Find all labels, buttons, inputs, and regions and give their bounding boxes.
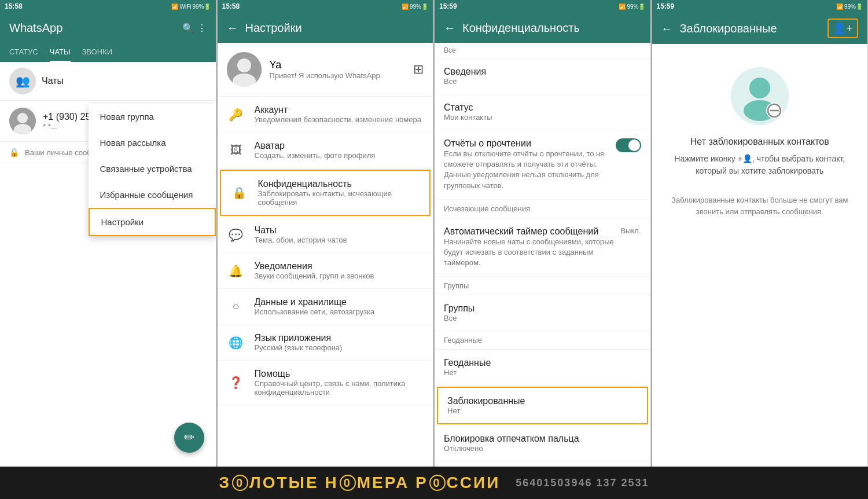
timer-desc: Начинайте новые чаты с сообщениями, кото…	[444, 237, 615, 269]
blocked-note: Заблокированные контакты больше не смогу…	[664, 195, 856, 217]
time-4: 15:59	[657, 2, 675, 10]
privacy-groups[interactable]: Группы Все	[435, 295, 650, 331]
notifications-title: Уведомления	[255, 261, 424, 271]
privacy-icon: 🔒	[230, 186, 249, 200]
settings-chats[interactable]: 💬 Чаты Тема, обои, история чатов	[218, 217, 433, 253]
menu-starred[interactable]: Избранные сообщения	[89, 182, 216, 208]
banner-numbers: 56401503946 137 2531	[512, 477, 649, 489]
settings-chats-text: Чаты Тема, обои, история чатов	[255, 225, 424, 244]
menu-settings[interactable]: Настройки	[89, 208, 216, 236]
battery-icon-3: 99%🔋	[627, 3, 645, 10]
blocked-empty-state: Нет заблокированных контактов Нажмите ик…	[652, 44, 868, 229]
privacy-status[interactable]: Статус Мои контакты	[435, 94, 650, 130]
groups-value: Все	[444, 314, 641, 322]
account-subtitle: Уведомления безопасности, изменение номе…	[255, 115, 424, 124]
privacy-read-receipts[interactable]: Отчёты о прочтении Если вы отключите отч…	[435, 130, 650, 200]
screen-blocked: 15:59 📶 99%🔋 ← Заблокированные 👤+	[652, 0, 869, 467]
qr-icon[interactable]: ⊞	[413, 62, 424, 77]
tab-status[interactable]: СТАТУС	[9, 43, 38, 62]
group-icon: 👥	[16, 74, 30, 88]
tab-chats[interactable]: ЧАТЫ	[50, 43, 71, 62]
profile-section[interactable]: Ya Привет! Я использую WhatsApp. ⊞	[218, 43, 433, 97]
group-chat-item[interactable]: 👥 Чаты	[0, 62, 216, 101]
disappearing-header: Исчезающие сообщения	[435, 200, 650, 218]
timer-title: Автоматический таймер сообщений	[444, 226, 615, 237]
signal-icon-3: 📶	[619, 3, 626, 10]
account-title: Аккаунт	[255, 105, 424, 115]
menu-new-group[interactable]: Новая группа	[89, 104, 216, 130]
privacy-section-header-all: Все	[435, 43, 650, 58]
privacy-auto-timer[interactable]: Автоматический таймер сообщений Начинайт…	[435, 218, 650, 277]
banner-letter-n: Н	[325, 474, 338, 492]
lock-icon: 🔒	[9, 148, 19, 157]
blocked-empty-title: Нет заблокированных контактов	[690, 137, 829, 147]
privacy-back-button[interactable]: ←	[444, 21, 455, 35]
signal-icon-2: 📶	[402, 3, 409, 10]
privacy-list: Все Сведения Все Статус Мои контакты Отч…	[435, 43, 650, 467]
language-subtitle: Русский (язык телефона)	[255, 343, 424, 352]
status-icons-2: 📶 99%🔋	[402, 3, 428, 10]
privacy-title: Конфиденциальность	[258, 179, 421, 189]
settings-help[interactable]: ❓ Помощь Справочный центр, связь с нами,…	[218, 361, 433, 405]
privacy-header: ← Конфиденциальность	[435, 13, 650, 43]
blocked-back-button[interactable]: ←	[661, 22, 673, 35]
privacy-details[interactable]: Сведения Все	[435, 58, 650, 94]
status-icons-4: 📶 99%🔋	[836, 3, 863, 10]
tabs-bar: СТАТУС ЧАТЫ ЗВОНКИ	[0, 43, 216, 62]
banner-zero-1: 0	[232, 475, 248, 491]
screen-whatsapp-main: 15:58 📶 WiFi 99%🔋 WhatsApp 🔍 ⋮ СТАТУС ЧА…	[0, 0, 216, 467]
blocked-header: ← Заблокированные 👤+	[652, 13, 868, 44]
back-button[interactable]: ←	[227, 21, 238, 35]
group-chat-name: Чаты	[42, 76, 207, 86]
status-bar-1: 15:58 📶 WiFi 99%🔋	[0, 0, 216, 13]
tab-calls[interactable]: ЗВОНКИ	[82, 43, 113, 62]
geodata-title: Геоданные	[444, 358, 641, 368]
privacy-blocked[interactable]: Заблокированные Нет	[437, 387, 648, 424]
geodata-header: Геоданные	[435, 331, 650, 350]
battery-icon: 99%🔋	[192, 3, 211, 10]
chats-title: Чаты	[255, 225, 424, 236]
avatar-icon: 🖼	[227, 144, 245, 157]
new-chat-fab[interactable]: ✏	[174, 423, 204, 453]
screen-privacy: 15:59 📶 99%🔋 ← Конфиденциальность Все Св…	[435, 0, 651, 467]
help-title: Помощь	[255, 369, 424, 379]
blocked-empty-desc: Нажмите иконку +👤, чтобы выбрать контакт…	[664, 153, 856, 177]
privacy-page-title: Конфиденциальность	[462, 21, 580, 35]
status-bar-4: 15:59 📶 99%🔋	[652, 0, 868, 13]
menu-linked-devices[interactable]: Связанные устройства	[89, 156, 216, 182]
settings-header: ← Настройки	[218, 13, 433, 43]
more-icon[interactable]: ⋮	[197, 23, 207, 34]
svg-point-4	[237, 58, 251, 72]
search-icon[interactable]: 🔍	[182, 23, 194, 34]
settings-notifications[interactable]: 🔔 Уведомления Звуки сообщений, групп и з…	[218, 253, 433, 289]
data-icon: ○	[227, 300, 245, 313]
settings-data[interactable]: ○ Данные и хранилище Использование сети,…	[218, 289, 433, 325]
status-title: Статус	[444, 102, 641, 113]
settings-privacy-text: Конфиденциальность Заблокировать контакт…	[258, 179, 421, 207]
help-subtitle: Справочный центр, связь с нами, политика…	[255, 379, 424, 397]
banner-letter-r: Р	[415, 474, 428, 492]
privacy-header-left: ← Конфиденциальность	[444, 21, 580, 35]
bottom-banner: З 0 ЛОТЫЕ Н 0 МЕРА Р 0 ССИ И 56401503946…	[0, 467, 868, 499]
profile-name: Ya	[270, 59, 406, 71]
battery-icon-4: 99%🔋	[844, 3, 863, 10]
read-receipts-toggle[interactable]	[616, 138, 641, 152]
language-icon: 🌐	[227, 336, 245, 350]
data-subtitle: Использование сети, автозагрузка	[255, 307, 424, 316]
settings-avatar[interactable]: 🖼 Аватар Создать, изменить, фото профиля	[218, 133, 433, 168]
privacy-fingerprint[interactable]: Блокировка отпечатком пальца Отключено	[435, 425, 650, 461]
time-2: 15:58	[222, 2, 240, 10]
settings-account[interactable]: 🔑 Аккаунт Уведомления безопасности, изме…	[218, 97, 433, 133]
menu-new-broadcast[interactable]: Новая рассылка	[89, 130, 216, 156]
avatar-title: Аватар	[255, 141, 424, 151]
language-title: Язык приложения	[255, 333, 424, 343]
read-receipts-text: Отчёты о прочтении Если вы отключите отч…	[444, 138, 616, 191]
status-value: Мои контакты	[444, 113, 641, 122]
settings-account-text: Аккаунт Уведомления безопасности, измене…	[255, 105, 424, 124]
svg-point-1	[17, 113, 28, 123]
settings-language[interactable]: 🌐 Язык приложения Русский (язык телефона…	[218, 325, 433, 361]
profile-info: Ya Привет! Я использую WhatsApp.	[270, 59, 406, 80]
add-blocked-button[interactable]: 👤+	[827, 19, 858, 38]
settings-privacy[interactable]: 🔒 Конфиденциальность Заблокировать конта…	[220, 170, 431, 216]
privacy-geodata[interactable]: Геоданные Нет	[435, 350, 650, 386]
